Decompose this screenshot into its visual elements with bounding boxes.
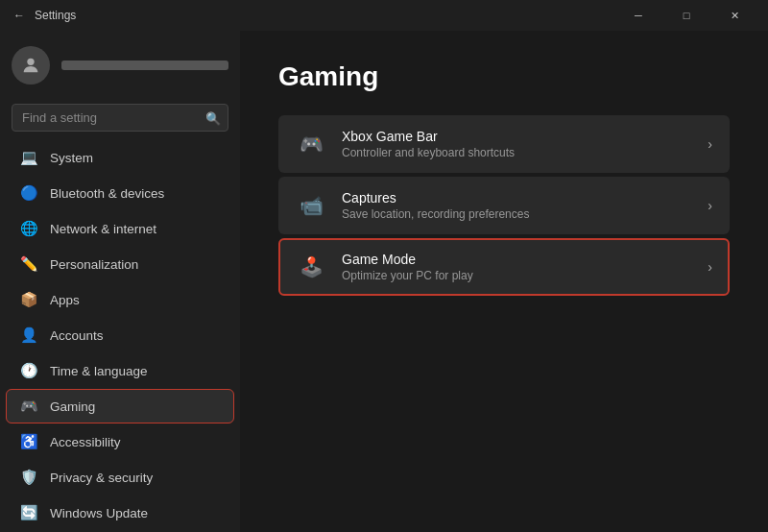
apps-icon: 📦 xyxy=(19,290,38,309)
minimize-button[interactable]: ─ xyxy=(616,0,660,31)
sidebar-item-accessibility[interactable]: ♿ Accessibility xyxy=(6,424,234,459)
sidebar-item-system[interactable]: 💻 System xyxy=(6,140,234,175)
chevron-right-icon: › xyxy=(708,198,712,213)
search-box: 🔍 xyxy=(12,104,228,132)
sidebar-item-label: System xyxy=(50,151,93,165)
xbox-game-bar-icon: 🎮 xyxy=(296,129,326,159)
sidebar-item-gaming[interactable]: 🎮 Gaming xyxy=(6,389,234,423)
content-area: Gaming 🎮 Xbox Game Bar Controller and ke… xyxy=(240,31,768,532)
time-icon: 🕐 xyxy=(19,361,38,380)
titlebar: ← Settings ─ □ ✕ xyxy=(0,0,768,31)
xbox-game-bar-subtitle: Controller and keyboard shortcuts xyxy=(342,146,692,159)
app-body: 🔍 💻 System 🔵 Bluetooth & devices 🌐 Netwo… xyxy=(0,31,768,532)
nav-list: 💻 System 🔵 Bluetooth & devices 🌐 Network… xyxy=(0,139,240,531)
sidebar-item-label: Accounts xyxy=(50,328,104,343)
game-mode-text: Game Mode Optimize your PC for play xyxy=(342,252,692,282)
close-button[interactable]: ✕ xyxy=(712,0,756,31)
network-icon: 🌐 xyxy=(19,219,38,238)
settings-list: 🎮 Xbox Game Bar Controller and keyboard … xyxy=(278,115,730,296)
svg-point-0 xyxy=(27,59,34,65)
sidebar-item-label: Time & language xyxy=(50,364,148,378)
sidebar: 🔍 💻 System 🔵 Bluetooth & devices 🌐 Netwo… xyxy=(0,31,240,532)
privacy-icon: 🛡️ xyxy=(19,468,38,487)
titlebar-title: Settings xyxy=(35,9,76,22)
game-mode-title: Game Mode xyxy=(342,252,692,267)
titlebar-left: ← Settings xyxy=(12,8,76,23)
sidebar-item-label: Bluetooth & devices xyxy=(50,186,164,201)
game-mode-icon: 🕹️ xyxy=(296,252,326,282)
back-button[interactable]: ← xyxy=(12,8,27,23)
game-mode-subtitle: Optimize your PC for play xyxy=(342,269,692,282)
sidebar-item-label: Accessibility xyxy=(50,435,121,449)
sidebar-item-update[interactable]: 🔄 Windows Update xyxy=(6,496,234,530)
search-input[interactable] xyxy=(12,104,228,132)
avatar xyxy=(12,46,50,85)
sidebar-item-label: Privacy & security xyxy=(50,471,153,485)
chevron-right-icon: › xyxy=(708,259,712,275)
sidebar-item-label: Network & internet xyxy=(50,222,156,236)
sidebar-item-time[interactable]: 🕐 Time & language xyxy=(6,353,234,388)
sidebar-item-personalization[interactable]: ✏️ Personalization xyxy=(6,247,234,281)
setting-item-game-mode[interactable]: 🕹️ Game Mode Optimize your PC for play › xyxy=(278,238,730,296)
sidebar-item-apps[interactable]: 📦 Apps xyxy=(6,282,234,317)
user-name-bar xyxy=(61,60,228,70)
sidebar-item-accounts[interactable]: 👤 Accounts xyxy=(6,318,234,352)
personalization-icon: ✏️ xyxy=(19,254,38,274)
gaming-icon: 🎮 xyxy=(19,397,38,416)
captures-text: Captures Save location, recording prefer… xyxy=(342,190,692,221)
captures-title: Captures xyxy=(342,190,692,206)
xbox-game-bar-title: Xbox Game Bar xyxy=(342,129,692,144)
xbox-game-bar-text: Xbox Game Bar Controller and keyboard sh… xyxy=(342,129,692,159)
sidebar-item-label: Gaming xyxy=(50,399,95,414)
chevron-right-icon: › xyxy=(708,136,712,152)
captures-icon: 📹 xyxy=(296,190,326,221)
user-section xyxy=(0,31,240,100)
titlebar-controls: ─ □ ✕ xyxy=(616,0,756,31)
update-icon: 🔄 xyxy=(19,503,38,522)
search-icon: 🔍 xyxy=(205,110,221,125)
sidebar-item-bluetooth[interactable]: 🔵 Bluetooth & devices xyxy=(6,176,234,210)
sidebar-item-network[interactable]: 🌐 Network & internet xyxy=(6,211,234,246)
sidebar-item-label: Apps xyxy=(50,293,80,307)
maximize-button[interactable]: □ xyxy=(664,0,708,31)
accessibility-icon: ♿ xyxy=(19,432,38,451)
setting-item-captures[interactable]: 📹 Captures Save location, recording pref… xyxy=(278,177,730,234)
sidebar-item-label: Personalization xyxy=(50,257,138,272)
sidebar-item-label: Windows Update xyxy=(50,506,148,520)
system-icon: 💻 xyxy=(19,148,38,167)
sidebar-item-privacy[interactable]: 🛡️ Privacy & security xyxy=(6,460,234,495)
page-title: Gaming xyxy=(278,61,730,92)
captures-subtitle: Save location, recording preferences xyxy=(342,207,692,221)
setting-item-xbox-game-bar[interactable]: 🎮 Xbox Game Bar Controller and keyboard … xyxy=(278,115,730,173)
accounts-icon: 👤 xyxy=(19,326,38,345)
bluetooth-icon: 🔵 xyxy=(19,183,38,203)
